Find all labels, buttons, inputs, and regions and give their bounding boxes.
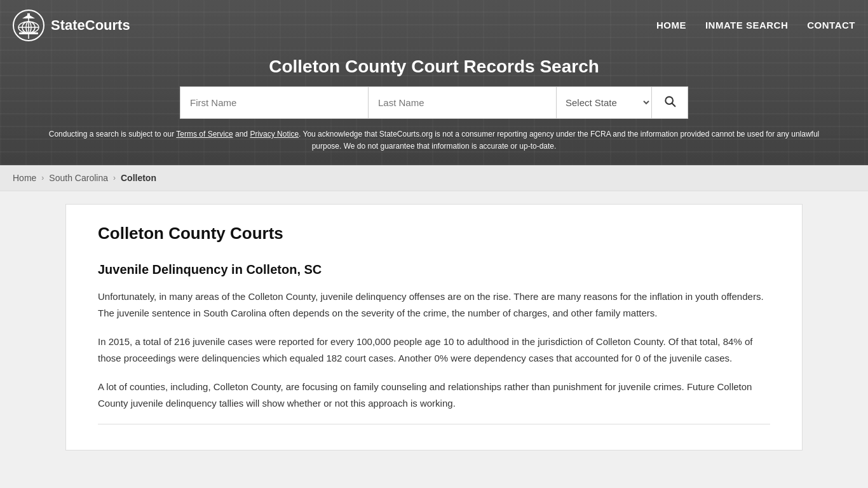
disclaimer: Conducting a search is subject to our Te… bbox=[0, 128, 868, 165]
section-divider bbox=[98, 424, 770, 424]
terms-link[interactable]: Terms of Service bbox=[176, 130, 233, 139]
top-nav: StateCourts HOME INMATE SEARCH CONTACT bbox=[0, 0, 868, 50]
svg-line-10 bbox=[672, 104, 675, 107]
site-header: StateCourts HOME INMATE SEARCH CONTACT C… bbox=[0, 0, 868, 165]
privacy-link[interactable]: Privacy Notice bbox=[250, 130, 299, 139]
content-card: Colleton County Courts Juvenile Delinque… bbox=[65, 204, 803, 451]
nav-inmate-search[interactable]: INMATE SEARCH bbox=[705, 20, 788, 30]
svg-rect-6 bbox=[19, 32, 38, 34]
breadcrumb-state[interactable]: South Carolina bbox=[49, 173, 108, 183]
search-icon bbox=[663, 95, 676, 111]
content-para-1: Unfortunately, in many areas of the Coll… bbox=[98, 288, 770, 321]
page-title: Colleton County Court Records Search bbox=[13, 57, 855, 77]
breadcrumb-separator-1: › bbox=[41, 173, 44, 182]
page-title-area: Colleton County Court Records Search bbox=[0, 50, 868, 86]
state-select[interactable]: Select StateAlabamaAlaskaArizonaArkansas… bbox=[557, 87, 652, 118]
content-para-3: A lot of counties, including, Colleton C… bbox=[98, 379, 770, 411]
header-content: StateCourts HOME INMATE SEARCH CONTACT C… bbox=[0, 0, 868, 165]
breadcrumb: Home › South Carolina › Colleton bbox=[0, 165, 868, 191]
county-title: Colleton County Courts bbox=[98, 224, 770, 243]
breadcrumb-home[interactable]: Home bbox=[13, 173, 36, 183]
section-title-juvenile: Juvenile Delinquency in Colleton, SC bbox=[98, 262, 770, 277]
search-bar-area: Select StateAlabamaAlaskaArizonaArkansas… bbox=[0, 86, 868, 128]
breadcrumb-separator-2: › bbox=[113, 173, 116, 182]
search-bar: Select StateAlabamaAlaskaArizonaArkansas… bbox=[180, 86, 688, 119]
main-content: Colleton County Courts Juvenile Delinque… bbox=[0, 191, 868, 463]
content-para-2: In 2015, a total of 216 juvenile cases w… bbox=[98, 334, 770, 366]
first-name-input[interactable] bbox=[180, 87, 369, 118]
logo-text: StateCourts bbox=[51, 17, 130, 34]
last-name-input[interactable] bbox=[369, 87, 557, 118]
site-logo[interactable]: StateCourts bbox=[13, 10, 130, 41]
nav-links: HOME INMATE SEARCH CONTACT bbox=[656, 20, 855, 30]
search-button[interactable] bbox=[652, 87, 688, 118]
nav-contact[interactable]: CONTACT bbox=[807, 20, 855, 30]
svg-rect-8 bbox=[27, 13, 30, 16]
nav-home[interactable]: HOME bbox=[656, 20, 686, 30]
breadcrumb-county: Colleton bbox=[121, 173, 156, 183]
logo-icon bbox=[13, 10, 44, 41]
